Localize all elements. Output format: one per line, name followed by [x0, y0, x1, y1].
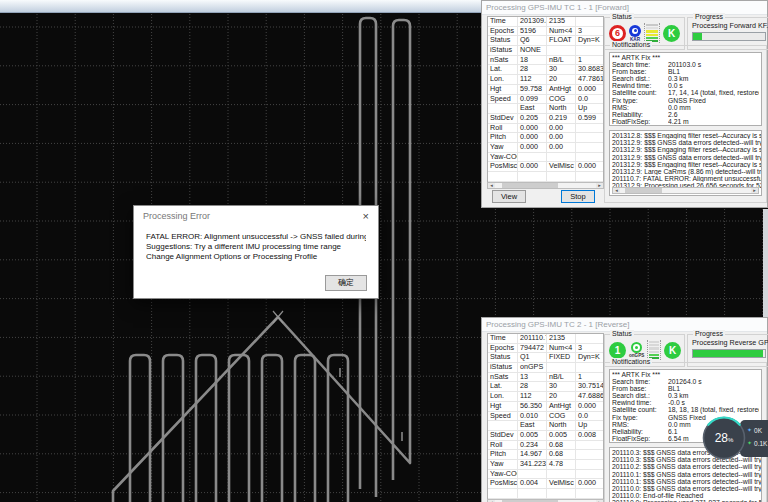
ok-button[interactable]: 确定 [325, 275, 367, 291]
progress-bar [692, 349, 766, 358]
app-toolbar-strip [0, 0, 483, 13]
artk-fix-info-box[interactable]: *** ARTK Fix *** Search time: 201103.0 s… [609, 52, 762, 126]
kalman-status-icon: K [663, 25, 680, 42]
table-row: PosMisc 0.004 VelMisc 0.000 [488, 479, 603, 489]
table-cell-label [488, 104, 518, 113]
table-cell-value1: 0.000 [518, 162, 547, 171]
table-cell-value1: 0.005 [518, 431, 547, 440]
trajectory-path [130, 355, 150, 502]
table-cell-value1: 28 [518, 382, 547, 391]
table-cell-label: Speed [488, 412, 518, 421]
table-cell-label: Epochs [488, 344, 518, 353]
table-row: Roll 0.234 0.68 [488, 441, 603, 451]
download-value: 0.1K [754, 437, 767, 450]
table-row: Yaw 0.000 0.00 [488, 143, 603, 153]
log-line: 201110.0: $$$ GNSS data errors detected-… [610, 485, 761, 492]
table-cell-label [488, 421, 518, 430]
table-cell-value2: COG [547, 95, 576, 104]
table-cell-label: Pitch [488, 133, 518, 142]
table-cell-value2: Num<4 [547, 344, 576, 353]
table-cell-label: PosMisc [488, 479, 518, 488]
log-line: 201312.9: Large CaRms (8.86 m) detected-… [610, 168, 761, 175]
info-line: Search time: 201103.0 s [612, 61, 759, 68]
info-line: Rewind time: 0.0 s [612, 82, 759, 89]
table-cell-value3: 47.7861 [576, 75, 603, 84]
scroll-track[interactable] [495, 183, 596, 188]
trajectory-path [295, 355, 315, 502]
table-cell-value2: COG [547, 412, 576, 421]
table-cell-label: Status [488, 353, 518, 362]
log-line: 201110.2: $$$ GNSS data errors detected-… [610, 463, 761, 470]
table-cell-value3 [576, 153, 603, 162]
table-cell-value1: Q6 [518, 36, 547, 45]
quality-number-icon: 1 [609, 342, 626, 359]
scroll-left-icon[interactable]: ◂ [613, 188, 620, 193]
table-cell-value1 [518, 153, 547, 162]
table-cell-label: Pitch [488, 450, 518, 459]
log-hscrollbar[interactable]: ◂ ▸ [612, 187, 759, 194]
table-cell-value3 [576, 172, 603, 181]
table-row: Lon. 112 20 47.6886 [488, 392, 603, 402]
stop-button[interactable]: Stop [561, 190, 595, 203]
table-cell-value1: NONE [518, 46, 547, 55]
table-cell-value2: 30 [547, 382, 576, 391]
table-row: Yaw 341.223 4.78 [488, 460, 603, 470]
table-cell-value3: 0.000 [576, 162, 603, 171]
table-cell-label: Hgt [488, 85, 518, 94]
table-cell-value2: nB/L [547, 56, 576, 65]
table-cell-label: Speed [488, 95, 518, 104]
table-cell-value3: 0.0 [576, 95, 603, 104]
scroll-thumb[interactable] [502, 183, 558, 188]
cpu-usage-value: 28% [702, 416, 746, 460]
error-message-line: FATAL ERROR: Alignment unsuccessful -> G… [146, 232, 366, 242]
status-group-label: Status [610, 330, 634, 338]
scroll-right-icon[interactable]: ▸ [596, 183, 603, 188]
table-cell-label: iStatus [488, 46, 518, 55]
gauge-bar [646, 34, 658, 36]
close-icon[interactable]: × [363, 209, 369, 223]
progress-group-label: Progress [693, 13, 725, 21]
plot-scrollbar-fragment[interactable] [763, 209, 768, 317]
progress-bar-fill [693, 350, 763, 357]
table-cell-value3: 1 [576, 373, 603, 382]
info-line: Search dist.: 0.3 km [612, 392, 759, 399]
table-cell-value3: 3 [576, 27, 603, 36]
table-cell-value1: East [518, 421, 547, 430]
table-cell-value2 [547, 489, 576, 498]
table-cell-label: Time [488, 334, 518, 343]
table-cell-value1 [518, 470, 547, 479]
table-cell-value2: 2135 [547, 334, 576, 343]
scroll-thumb[interactable] [625, 188, 662, 193]
table-row: Hgt 59.758 AntHgt 0.000 [488, 85, 603, 95]
gauge-bar [649, 341, 659, 343]
table-row: Status Q1 FIXED Dyn=K [488, 353, 603, 363]
info-line: RMS: 0.0 mm [612, 104, 759, 111]
table-cell-value2: 20 [547, 75, 576, 84]
log-line: 201110.1: $$$ GNSS data errors detected-… [610, 471, 761, 478]
table-cell-value3 [576, 489, 603, 498]
table-cell-value3 [576, 143, 603, 152]
view-button[interactable]: View [492, 190, 526, 203]
table-hscrollbar[interactable]: ◂ ▸ [487, 182, 604, 189]
window-processing-reverse: Processing GPS-IMU TC 2 - 1 [Reverse] Ti… [481, 317, 768, 502]
scroll-right-icon[interactable]: ▸ [751, 188, 758, 193]
notifications-group-label: Notifications [610, 41, 652, 49]
table-cell-value1: 0.205 [518, 114, 547, 123]
table-row: StdDev 0.205 0.219 0.599 [488, 114, 603, 124]
performance-ball[interactable]: 28% [702, 416, 746, 460]
dialog-titlebar[interactable]: Processing Error [134, 206, 378, 226]
table-row: Hgt 56.350 AntHgt 0.000 [488, 402, 603, 412]
table-cell-label: Yaw [488, 460, 518, 469]
table-cell-value2: 0.68 [547, 450, 576, 459]
progress-group-label: Progress [693, 330, 725, 338]
ongps-status-icon: onGPS [629, 342, 644, 358]
trajectory-path [229, 355, 249, 502]
table-cell-label [488, 489, 518, 498]
scroll-left-icon[interactable]: ◂ [488, 183, 495, 188]
processing-log-box[interactable]: 201312.8: $$$ Engaging filter reset--Acc… [609, 130, 762, 196]
table-cell-value3 [576, 133, 603, 142]
table-cell-value3: 1 [576, 56, 603, 65]
table-cell-value3 [576, 334, 603, 343]
table-row: Pitch 14.967 0.68 [488, 450, 603, 460]
scroll-track[interactable] [620, 188, 751, 193]
